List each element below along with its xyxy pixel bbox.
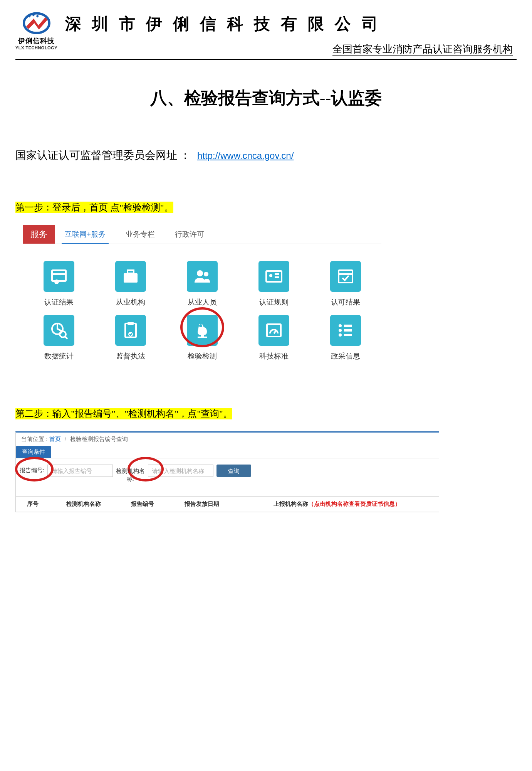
grid-item-approval-result[interactable]: 认可结果	[310, 257, 381, 311]
breadcrumb: 当前位置 : 首页 / 检验检测报告编号查询	[16, 433, 439, 446]
date-check-icon	[330, 261, 361, 292]
svg-rect-3	[36, 15, 39, 17]
svg-point-6	[54, 279, 59, 284]
company-logo-block: 伊俐信科技 YLX TECHNOLOGY	[15, 12, 57, 50]
svg-rect-21	[128, 322, 134, 325]
grid-item-tech-standard[interactable]: 科技标准	[238, 311, 310, 365]
report-number-input[interactable]	[47, 465, 113, 477]
svg-point-30	[339, 333, 342, 337]
svg-rect-7	[124, 273, 138, 283]
cnca-link[interactable]: http://www.cnca.gov.cn/	[197, 150, 294, 161]
tab-admin-license[interactable]: 行政许可	[165, 225, 214, 244]
grid-item-staff[interactable]: 从业人员	[166, 257, 238, 311]
list-icon	[330, 315, 361, 346]
svg-point-10	[204, 272, 208, 276]
microscope-icon	[187, 315, 218, 346]
th-report-no: 报告编号	[117, 497, 168, 512]
grid-item-enforcement[interactable]: 监督执法	[95, 311, 166, 365]
th-org-name: 检测机构名称	[50, 497, 117, 512]
th-issue-date: 报告发放日期	[168, 497, 236, 512]
breadcrumb-current: 检验检测报告编号查询	[70, 436, 128, 442]
meter-icon	[258, 315, 289, 346]
th-index: 序号	[16, 497, 50, 512]
svg-point-28	[339, 329, 342, 332]
search-conditions-tab: 查询条件	[16, 446, 51, 458]
svg-point-9	[197, 270, 203, 276]
grid-item-inspection[interactable]: 检验检测	[166, 311, 238, 365]
svg-rect-8	[128, 270, 134, 273]
service-tabbar: 服务 互联网+服务 业务专栏 行政许可	[23, 225, 381, 244]
label-org-name: 检测机构名 称:	[116, 465, 145, 483]
pie-search-icon	[44, 315, 74, 346]
search-button[interactable]: 查询	[216, 465, 251, 477]
screenshot-1: 服务 互联网+服务 业务专栏 行政许可 认证结果 从业机构 从业人员 认证规则	[23, 225, 381, 365]
people-icon	[187, 261, 218, 292]
tab-internet-service[interactable]: 互联网+服务	[55, 225, 116, 244]
grid-item-procurement[interactable]: 政采信息	[310, 311, 381, 365]
document-header: 伊俐信科技 YLX TECHNOLOGY 深圳市伊俐信科技有限公司 全国首家专业…	[15, 12, 517, 60]
service-badge: 服务	[23, 225, 55, 244]
step1-text: 第一步：登录后，首页 点"检验检测"。	[15, 202, 173, 213]
label-report-number: 报告编号:	[20, 465, 44, 474]
grid-item-statistics[interactable]: 数据统计	[23, 311, 95, 365]
grid-item-cert-rules[interactable]: 认证规则	[238, 257, 310, 311]
url-line: 国家认证认可监督管理委员会网址 ： http://www.cnca.gov.cn…	[15, 148, 517, 163]
logo-subtext: YLX TECHNOLOGY	[15, 45, 57, 50]
breadcrumb-home[interactable]: 首页	[49, 436, 61, 442]
screenshot-2: 当前位置 : 首页 / 检验检测报告编号查询 查询条件 报告编号: 检测机构名 …	[15, 431, 439, 512]
id-card-icon	[258, 261, 289, 292]
svg-point-23	[199, 324, 202, 327]
logo-text: 伊俐信科技	[18, 36, 55, 45]
company-tagline: 全国首家专业消防产品认证咨询服务机构	[65, 42, 517, 56]
company-name: 深圳市伊俐信科技有限公司	[65, 13, 517, 35]
cert-result-icon	[44, 261, 74, 292]
tab-business-column[interactable]: 业务专栏	[116, 225, 165, 244]
svg-line-19	[65, 337, 67, 339]
th-reporting-org: 上报机构名称（点击机构名称查看资质证书信息）	[236, 497, 439, 512]
grid-item-org[interactable]: 从业机构	[95, 257, 166, 311]
svg-point-12	[269, 274, 272, 277]
results-table: 序号 检测机构名称 报告编号 报告发放日期 上报机构名称（点击机构名称查看资质证…	[16, 497, 439, 512]
document-title: 八、检验报告查询方式--认监委	[15, 87, 517, 109]
svg-line-25	[274, 330, 276, 333]
step2-text: 第二步：输入"报告编号"、"检测机构名"，点"查询"。	[15, 408, 232, 419]
grid-item-cert-result[interactable]: 认证结果	[23, 257, 95, 311]
svg-rect-15	[339, 270, 352, 283]
svg-point-26	[339, 324, 342, 327]
clipboard-check-icon	[115, 315, 146, 346]
briefcase-icon	[115, 261, 146, 292]
svg-rect-4	[52, 270, 66, 281]
url-label: 国家认证认可监督管理委员会网址 ：	[15, 149, 191, 161]
company-logo-icon	[21, 12, 52, 35]
svg-point-18	[60, 331, 66, 337]
